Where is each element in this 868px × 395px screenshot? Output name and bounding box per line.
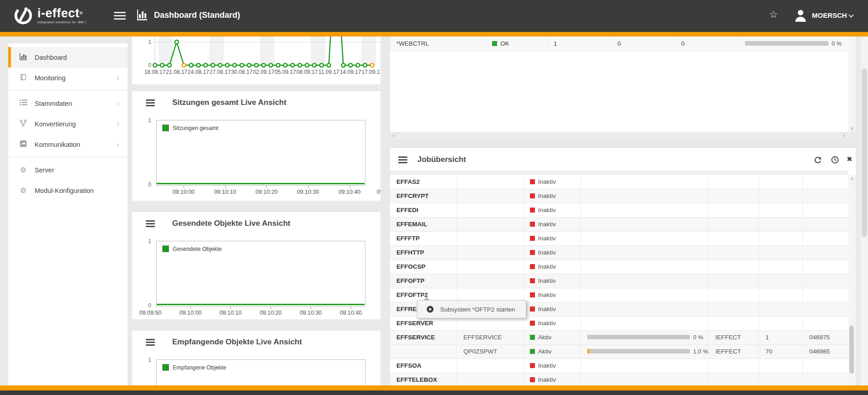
legend-label: Empfangene Objekte [173,364,226,371]
x-axis-label: 09:10:10 [214,189,236,195]
user-cell: IEFFECT [709,345,759,359]
sidebar-item-label: Modul-Konfiguration [35,187,94,194]
job-name-cell: EFFTELEBOX [390,373,457,385]
status-cell: Aktiv [524,331,581,344]
legend-label: Sitzungen gesamt [173,125,218,131]
count-cell: 70 [759,345,803,359]
chart-legend: Sitzungen gesamt [162,125,218,131]
job-cell [457,189,524,203]
table-row[interactable]: EFFEDI Inaktiv [390,203,848,218]
svg-text:02.09.17: 02.09.17 [253,69,274,75]
job-name-cell [390,345,457,359]
table-row[interactable]: EFFOCSP Inaktiv [390,260,848,274]
sidebar-item-server[interactable]: ⚙ Server [8,160,128,180]
y-tick-0: 0 [148,62,151,68]
user-avatar-icon[interactable] [794,8,807,23]
job-name-cell: EFFFTP [390,232,457,245]
svg-text:17.09.17: 17.09.17 [362,69,380,75]
vertical-scrollbar[interactable]: ∨ [848,36,856,132]
subsystem-start-popup[interactable]: Subsystem *OFTP2 starten [417,300,526,318]
horizontal-scrollbar[interactable]: ‹ › [390,132,856,139]
table-row[interactable]: EFFFTP Inaktiv [390,232,848,246]
y-axis-min: 0 [142,302,151,309]
table-row[interactable]: EFFEMAIL Inaktiv [390,218,848,232]
table-row[interactable]: EFFSERVER Inaktiv [390,317,848,331]
svg-text:08.09.17: 08.09.17 [297,69,318,75]
user-menu[interactable]: MOERSCH [812,11,847,19]
jobnumber-cell: 046975 [803,331,848,344]
refresh-icon[interactable] [814,156,822,164]
gesendete-live-panel: Gesendete Objekte Live Ansicht 1 Gesende… [132,212,380,319]
scrollbar-thumb[interactable] [849,326,854,374]
subsystem-status-panel: *WEBCTRL OK 1 0 0 0 % ∨ ‹ › [390,36,856,139]
favorite-star-icon[interactable]: ☆ [769,9,778,20]
job-cell [457,274,524,288]
panel-menu-hamburger-icon[interactable] [398,156,407,163]
sidebar-toggle-hamburger-icon[interactable] [114,12,126,20]
scroll-right-arrow[interactable]: › [843,132,845,139]
scroll-left-arrow[interactable]: ‹ [393,132,395,139]
sidebar-item-kommunikation[interactable]: Kommunikation ‹ [8,134,128,155]
dashboard-bar-chart-icon [18,53,28,62]
sidebar-item-konvertierung[interactable]: Konvertierung ‹ [8,114,128,134]
status-cell: Inaktiv [524,218,581,231]
table-row[interactable]: EFFHTTP Inaktiv [390,246,848,260]
sitzungen-live-panel: Sitzungen gesamt Live Ansicht 1 Sitzunge… [132,91,380,201]
svg-text:11.09.17: 11.09.17 [318,69,339,75]
page-scrollbar-thumb[interactable] [862,68,867,237]
subsystem-name-cell: *WEBCTRL [390,36,486,51]
progress-percent: 0 % [832,40,842,47]
table-row[interactable]: EFFOFTP Inaktiv [390,274,848,288]
close-icon[interactable]: ✖ [847,155,853,163]
scroll-down-arrow[interactable]: ∨ [848,126,856,131]
job-cell [457,359,524,373]
divider [8,90,128,91]
x-tick [271,306,271,309]
app-logo[interactable]: i-effect® integrated solutions for IBM i [13,5,86,26]
x-axis-label: 09:10:40 [340,310,362,316]
panel-menu-hamburger-icon[interactable] [146,220,155,227]
progress-fill [587,349,589,353]
status-cell: Aktiv [524,345,581,359]
panel-menu-hamburger-icon[interactable] [146,99,155,106]
table-row[interactable]: EFFTELEBOX Inaktiv [390,373,848,385]
status-cell: Inaktiv [524,288,581,302]
vertical-scrollbar[interactable]: ∧ [848,175,856,385]
sidebar-item-dashboard[interactable]: Dashboard [8,47,128,68]
table-row[interactable]: EFFSERVICE EFFSERVICE Aktiv 0 % IEFFECT … [390,331,848,345]
table-row[interactable]: EFFAS2 Inaktiv [390,175,848,189]
sidebar-item-stammdaten[interactable]: Stammdaten ‹ [8,93,128,114]
history-chart-panel: 1 0 18.08.17 21.08.17 24.08.17 27.08.17 … [132,36,380,84]
table-row[interactable]: EFFCRYPT Inaktiv [390,189,848,203]
progress-bar [587,335,690,339]
y-axis-max: 1 [142,117,151,124]
table-row[interactable]: EFFSOA Inaktiv [390,359,848,373]
x-tick [231,306,231,309]
status-cell: Inaktiv [524,189,581,203]
status-square-red [530,377,535,382]
status-cell: Inaktiv [524,302,581,316]
sidebar-item-monitoring[interactable]: Monitoring ‹ [8,68,128,88]
scroll-up-arrow[interactable]: ∧ [848,176,856,181]
y-axis-max: 1 [142,238,151,244]
x-tick [311,306,311,309]
job-name-cell: EFFSERVER [390,317,457,330]
x-tick [267,185,267,188]
chevron-down-icon[interactable] [848,14,854,18]
sidebar-item-label: Konvertierung [35,120,76,128]
status-square-red [530,292,535,297]
clock-history-icon[interactable] [831,156,839,164]
cpu-cell: 0 % [581,331,709,344]
status-square-red [530,321,535,326]
sidebar-item-modul-konfiguration[interactable]: ⚙ Modul-Konfiguration [8,180,128,201]
y-axis-max: 1 [142,357,151,363]
x-axis-label: 09:10:10 [220,310,242,316]
table-row[interactable]: QP0ZSPWT Aktiv 1.0 % IEFFECT 70 046985 [390,345,848,359]
job-cell: QP0ZSPWT [457,345,524,359]
x-axis-label: 09:10:20 [260,310,282,316]
status-square-green [530,349,535,354]
table-row[interactable]: *WEBCTRL OK 1 0 0 0 % [390,36,848,51]
x-axis-label: 09:10:40 [339,189,361,195]
panel-menu-hamburger-icon[interactable] [146,339,155,346]
progress-bar [745,41,828,46]
